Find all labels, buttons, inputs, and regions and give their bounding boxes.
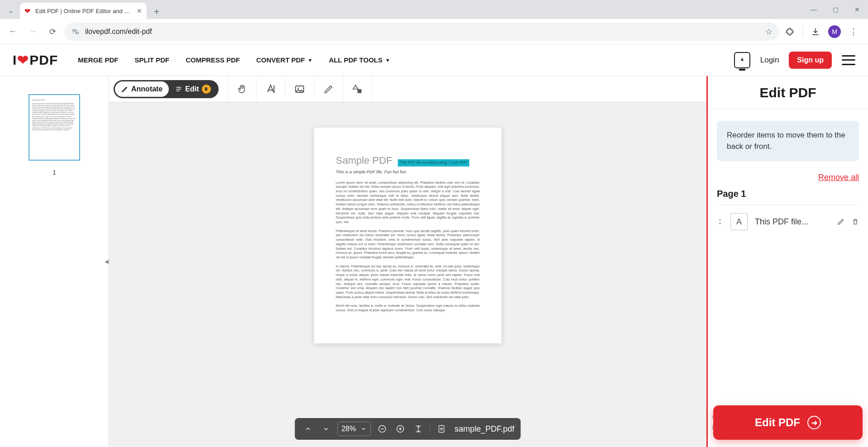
edit-layer-button[interactable] xyxy=(837,218,844,225)
reload-button[interactable]: ⟳ xyxy=(44,24,61,40)
chevron-up-icon xyxy=(304,425,311,433)
site-logo[interactable]: I ❤ PDF xyxy=(13,52,58,68)
minus-circle-icon xyxy=(377,424,386,433)
nav-merge-pdf[interactable]: MERGE PDF xyxy=(78,56,118,64)
header-right: Login Sign up xyxy=(734,52,855,69)
info-message: Reorder items to move them to the back o… xyxy=(717,121,859,161)
next-page-button[interactable] xyxy=(319,422,333,436)
editor-toolbar: Annotate Edit ♛ xyxy=(109,76,706,102)
document-title: Sample PDF xyxy=(336,154,392,167)
browser-tab-active[interactable]: Edit PDF | Online PDF Editor and Form Fi… xyxy=(20,3,147,19)
svg-point-8 xyxy=(440,428,442,430)
bookmark-star-icon[interactable]: ☆ xyxy=(765,27,773,37)
logo-text-right: PDF xyxy=(29,52,58,68)
document-subtitle: This is a simple PDF file. Fun fun fun. xyxy=(336,169,480,175)
nav-compress-pdf[interactable]: COMPRESS PDF xyxy=(186,56,240,64)
desktop-download-icon[interactable] xyxy=(734,52,750,68)
text-tool-button[interactable] xyxy=(257,76,286,102)
canvas-viewport[interactable]: Sample PDF This PDF file is edited using… xyxy=(109,102,706,447)
main-nav: MERGE PDF SPLIT PDF COMPRESS PDF CONVERT… xyxy=(78,56,390,64)
downloads-icon[interactable] xyxy=(808,24,823,39)
back-button[interactable]: ← xyxy=(5,24,21,40)
nav-label: MERGE PDF xyxy=(78,56,118,64)
close-icon[interactable]: ✕ xyxy=(137,7,142,14)
signup-button[interactable]: Sign up xyxy=(789,52,832,69)
annotation-text-box[interactable]: This PDF file is edited using I Love PDF xyxy=(398,159,469,166)
app-body: Sample PDF Lorem ipsum dolor sit amet co… xyxy=(0,76,868,447)
fit-height-icon xyxy=(414,424,422,434)
heart-icon: ❤ xyxy=(17,52,29,68)
remove-all-link[interactable]: Remove all xyxy=(717,173,859,182)
image-icon xyxy=(294,84,305,95)
image-tool-button[interactable] xyxy=(286,76,315,102)
draw-tool-button[interactable] xyxy=(315,76,343,102)
chevron-down-icon xyxy=(8,9,14,15)
extensions-icon[interactable] xyxy=(782,24,797,39)
document-paragraph: In mauris. Pellentesque dui nisi, iaculi… xyxy=(336,264,480,300)
new-tab-button[interactable]: + xyxy=(149,5,164,19)
forward-button[interactable]: → xyxy=(24,24,41,40)
edit-pdf-cta-button[interactable]: Edit PDF ➜ xyxy=(713,405,863,440)
close-window-button[interactable]: ✕ xyxy=(846,0,868,19)
viewer-bottom-bar: 28% sample_PDF.pdf xyxy=(295,418,520,440)
shapes-tool-button[interactable] xyxy=(343,76,372,102)
annotate-mode-button[interactable]: Annotate xyxy=(115,81,169,97)
zoom-in-button[interactable] xyxy=(393,422,407,436)
mode-label: Annotate xyxy=(131,85,162,93)
svg-rect-1 xyxy=(76,32,78,33)
nav-convert-pdf[interactable]: CONVERT PDF▼ xyxy=(256,56,312,64)
fit-height-button[interactable] xyxy=(411,422,425,436)
login-link[interactable]: Login xyxy=(760,56,779,65)
pan-tool-button[interactable] xyxy=(228,76,257,102)
drag-handle-icon[interactable] xyxy=(717,217,723,226)
svg-rect-7 xyxy=(439,426,444,433)
thumbnail-page-number: 1 xyxy=(52,169,56,176)
document-paragraph: Lorem ipsum dolor sit amet, consectetuer… xyxy=(336,181,480,224)
url-field[interactable]: ilovepdf.com/edit-pdf ☆ xyxy=(64,23,779,41)
right-panel-title: Edit PDF xyxy=(708,76,868,109)
prev-page-button[interactable] xyxy=(301,422,315,436)
page-thumbnail-1[interactable]: Sample PDF Lorem ipsum dolor sit amet co… xyxy=(29,94,80,161)
browser-menu-icon[interactable]: ⋮ xyxy=(846,24,861,39)
hamburger-menu-icon[interactable] xyxy=(842,55,855,65)
filename-label: sample_PDF.pdf xyxy=(454,424,514,434)
pdf-page-1[interactable]: Sample PDF This PDF file is edited using… xyxy=(314,128,501,343)
trash-icon xyxy=(852,218,859,226)
edit-mode-button[interactable]: Edit ♛ xyxy=(169,81,217,97)
mode-switch: Annotate Edit ♛ xyxy=(114,80,219,98)
zoom-select[interactable]: 28% xyxy=(337,422,371,436)
browser-right-actions: M ⋮ xyxy=(782,24,863,39)
file-settings-button[interactable] xyxy=(434,422,448,436)
profile-avatar[interactable]: M xyxy=(828,25,841,38)
cta-label: Edit PDF xyxy=(755,416,800,429)
crown-premium-icon: ♛ xyxy=(202,85,211,94)
arrow-right-circle-icon: ➜ xyxy=(807,416,821,429)
nav-label: ALL PDF TOOLS xyxy=(329,56,383,64)
cta-wrap: Edit PDF ➜ xyxy=(713,405,863,440)
chevron-down-icon xyxy=(322,425,329,433)
plus-circle-icon xyxy=(396,424,405,433)
nav-all-tools[interactable]: ALL PDF TOOLS▼ xyxy=(329,56,391,64)
site-info-icon[interactable] xyxy=(71,27,81,37)
svg-rect-0 xyxy=(73,29,75,31)
delete-layer-button[interactable] xyxy=(852,218,859,226)
chevron-down-icon xyxy=(360,426,367,432)
zoom-value: 28% xyxy=(341,425,356,433)
heart-icon xyxy=(24,7,32,14)
logo-text-left: I xyxy=(13,52,17,68)
document-paragraph: Pellentesque sit amet lectus. Praesent p… xyxy=(336,229,480,260)
separator xyxy=(429,423,430,435)
zoom-out-button[interactable] xyxy=(375,422,389,436)
address-bar: ← → ⟳ ilovepdf.com/edit-pdf ☆ M ⋮ xyxy=(0,19,868,44)
editor-area: Annotate Edit ♛ xyxy=(109,76,708,447)
tabs-dropdown[interactable] xyxy=(4,5,18,19)
tool-group xyxy=(219,76,372,102)
layer-item[interactable]: A This PDF file... xyxy=(717,213,859,230)
tab-strip: Edit PDF | Online PDF Editor and Form Fi… xyxy=(0,0,164,19)
pencil-icon xyxy=(324,84,334,94)
nav-split-pdf[interactable]: SPLIT PDF xyxy=(135,56,170,64)
minimize-button[interactable]: ― xyxy=(803,0,825,19)
thumb-doc-title: Sample PDF xyxy=(32,99,76,102)
maximize-button[interactable]: ▢ xyxy=(825,0,846,19)
hand-icon xyxy=(237,84,248,95)
